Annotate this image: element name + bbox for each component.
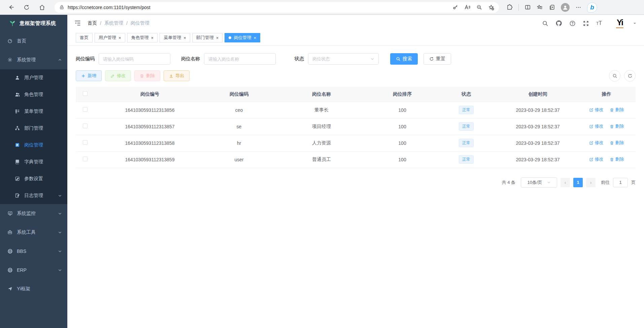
header-search-icon[interactable]	[542, 20, 548, 27]
breadcrumb-post[interactable]: 岗位管理	[131, 20, 149, 26]
sidebar-item-label: 角色管理	[24, 92, 43, 98]
sidebar-item-system-management[interactable]: 系统管理	[0, 51, 67, 69]
add-favorite-star-icon[interactable]	[488, 4, 494, 10]
cell-post-name: 项目经理	[273, 118, 370, 135]
sidebar-item-role-management[interactable]: 角色管理	[0, 86, 67, 103]
app-logo[interactable]: 意框架管理系统	[0, 15, 67, 32]
cell-post-sort: 100	[370, 135, 434, 151]
extensions-icon[interactable]	[506, 4, 513, 10]
row-checkbox[interactable]	[83, 107, 88, 112]
page-1-button[interactable]: 1	[573, 178, 583, 187]
sidebar-item-param-settings[interactable]: 参数设置	[0, 170, 67, 187]
refresh-table-button[interactable]	[624, 70, 636, 81]
tab-menu-management[interactable]: 菜单管理×	[160, 33, 190, 42]
row-checkbox[interactable]	[83, 124, 88, 128]
row-delete-link[interactable]: 删除	[610, 156, 624, 162]
browser-more-menu-icon[interactable]	[575, 4, 581, 10]
sidebar-item-log-management[interactable]: 日志管理	[0, 187, 67, 204]
edit-button[interactable]: 修改	[105, 70, 131, 81]
row-edit-link[interactable]: 修改	[589, 156, 604, 162]
sidebar-item-label: ERP	[17, 267, 27, 273]
delete-button-label: 删除	[146, 73, 155, 79]
sidebar-item-yi-framework[interactable]: Yi框架	[0, 280, 67, 298]
next-page-button[interactable]: ›	[586, 178, 596, 187]
github-icon[interactable]	[555, 20, 562, 27]
split-screen-icon[interactable]	[524, 4, 531, 10]
collections-icon[interactable]	[549, 4, 555, 10]
row-edit-link[interactable]: 修改	[589, 107, 604, 113]
breadcrumb-system[interactable]: 系统管理	[104, 20, 123, 26]
tab-close-icon[interactable]: ×	[216, 36, 219, 40]
fullscreen-icon[interactable]	[583, 20, 589, 27]
row-checkbox[interactable]	[83, 140, 88, 145]
tab-home[interactable]: 首页	[76, 33, 93, 42]
tab-close-icon[interactable]: ×	[151, 36, 154, 40]
browser-profile-avatar[interactable]	[561, 3, 570, 12]
sidebar-item-dict-management[interactable]: 字典管理	[0, 154, 67, 170]
cell-post-name: 董事长	[273, 102, 370, 118]
chevron-up-icon	[58, 58, 62, 62]
row-delete-link[interactable]: 删除	[610, 123, 624, 129]
reset-button[interactable]: 重置	[423, 53, 451, 65]
sidebar-item-system-monitor[interactable]: 系统监控	[0, 204, 67, 223]
font-size-icon[interactable]: TT	[596, 20, 602, 26]
copilot-bing-icon[interactable]: b	[587, 2, 597, 12]
select-all-checkbox[interactable]	[83, 91, 88, 96]
tab-role-management[interactable]: 角色管理×	[127, 33, 158, 42]
page-size-select[interactable]: 10条/页	[521, 177, 557, 188]
post-code-input[interactable]	[99, 53, 170, 65]
sidebar-item-label: 首页	[17, 38, 26, 44]
sidebar-item-user-management[interactable]: 用户管理	[0, 69, 67, 86]
tab-dept-management[interactable]: 部门管理×	[192, 33, 223, 42]
user-avatar-logo[interactable]: Yi	[614, 18, 626, 29]
edit-icon	[589, 157, 594, 162]
table-row: 1641030593112313858hr人力资源100正常2023-03-29…	[76, 135, 636, 151]
password-key-icon[interactable]	[452, 4, 458, 10]
sidebar-item-erp[interactable]: ERP	[0, 261, 67, 280]
tab-close-icon[interactable]: ×	[183, 36, 186, 40]
sidebar-item-menu-management[interactable]: 菜单管理	[0, 103, 67, 120]
help-question-icon[interactable]	[569, 20, 576, 27]
tab-close-icon[interactable]: ×	[118, 36, 121, 40]
tab-label: 岗位管理	[234, 35, 251, 41]
address-bar[interactable]: https://ccnetcore.com:1101/system/post	[55, 2, 499, 13]
row-delete-link[interactable]: 删除	[610, 107, 624, 113]
read-aloud-icon[interactable]	[464, 4, 470, 10]
avatar-dropdown-caret-icon[interactable]	[633, 22, 637, 25]
row-delete-link[interactable]: 删除	[610, 140, 624, 146]
row-checkbox[interactable]	[83, 157, 88, 161]
sidebar-item-post-management[interactable]: 岗位管理	[0, 137, 67, 154]
browser-home-button[interactable]	[36, 2, 48, 13]
export-button[interactable]: 导出	[164, 70, 190, 81]
edit-icon	[589, 108, 594, 112]
sidebar-item-system-tools[interactable]: 系统工具	[0, 223, 67, 242]
status-select[interactable]: 岗位状态	[308, 53, 379, 65]
sidebar-item-home[interactable]: 首页	[0, 32, 67, 51]
show-search-toggle-button[interactable]	[609, 70, 620, 81]
tag-tabs-bar: 首页用户管理×角色管理×菜单管理×部门管理×岗位管理×	[67, 32, 644, 46]
tab-user-management[interactable]: 用户管理×	[95, 33, 125, 42]
site-security-lock-icon[interactable]	[59, 5, 64, 10]
edit-icon	[589, 124, 594, 129]
browser-refresh-button[interactable]	[21, 2, 32, 13]
goto-page-input[interactable]	[613, 178, 628, 187]
row-edit-link[interactable]: 修改	[589, 123, 604, 129]
prev-page-button[interactable]: ‹	[561, 178, 570, 187]
browser-back-button[interactable]	[5, 2, 17, 13]
plane-icon	[7, 286, 13, 292]
post-name-input[interactable]	[204, 53, 276, 65]
url-text[interactable]: https://ccnetcore.com:1101/system/post	[68, 5, 452, 10]
tab-post-management[interactable]: 岗位管理×	[225, 33, 260, 42]
add-button[interactable]: 新增	[76, 70, 102, 81]
row-edit-link[interactable]: 修改	[589, 140, 604, 146]
search-button[interactable]: 搜索	[390, 53, 418, 65]
sidebar-item-bbs[interactable]: BBS	[0, 242, 67, 261]
user-icon	[15, 75, 20, 80]
zoom-out-icon[interactable]	[476, 4, 482, 10]
tab-close-icon[interactable]: ×	[253, 36, 256, 40]
favorites-icon[interactable]	[537, 4, 543, 10]
sidebar-item-dept-management[interactable]: 部门管理	[0, 120, 67, 137]
delete-button[interactable]: 删除	[134, 70, 160, 81]
sidebar-collapse-icon[interactable]	[74, 20, 81, 27]
breadcrumb-home[interactable]: 首页	[88, 20, 97, 26]
